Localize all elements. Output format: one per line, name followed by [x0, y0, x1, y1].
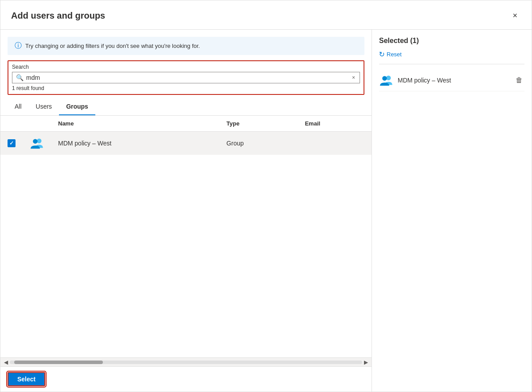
tab-groups[interactable]: Groups — [59, 98, 95, 115]
row-type: Group — [219, 132, 298, 155]
tab-all[interactable]: All — [8, 98, 29, 115]
svg-point-1 — [33, 139, 38, 144]
search-box-container: Search 🔍 × 1 result found — [8, 60, 364, 95]
search-clear-button[interactable]: × — [351, 74, 356, 81]
info-bar: ⓘ Try changing or adding filters if you … — [8, 37, 364, 55]
dialog-title: Add users and groups — [11, 11, 105, 21]
scrollbar-area: ◀ ▶ — [0, 357, 372, 366]
table-area: Name Type Email — [0, 116, 372, 357]
close-icon: × — [512, 11, 517, 20]
clear-icon: × — [352, 74, 355, 81]
info-message: Try changing or adding filters if you do… — [25, 43, 200, 49]
scrollbar-thumb[interactable] — [14, 361, 103, 364]
selected-title: Selected (1) — [379, 37, 419, 45]
info-icon: ⓘ — [15, 41, 22, 51]
search-icon: 🔍 — [16, 74, 23, 81]
selected-header: Selected (1) — [379, 37, 524, 45]
close-button[interactable]: × — [509, 9, 521, 22]
select-button[interactable]: Select — [8, 372, 45, 386]
selected-item: MDM policy – West 🗑 — [379, 70, 524, 91]
results-table: Name Type Email — [0, 116, 372, 155]
tab-users[interactable]: Users — [29, 98, 59, 115]
scroll-right-arrow[interactable]: ▶ — [364, 359, 368, 365]
col-name: Name — [51, 116, 219, 132]
reset-icon: ↺ — [379, 50, 385, 59]
result-count: 1 result found — [12, 85, 360, 91]
search-label: Search — [12, 64, 360, 70]
dialog-body: ⓘ Try changing or adding filters if you … — [0, 30, 532, 392]
search-section: Search 🔍 × 1 result found — [0, 60, 372, 95]
row-email — [298, 132, 372, 155]
col-type: Type — [219, 116, 298, 132]
dialog-footer: Select — [0, 366, 372, 392]
search-input-row: 🔍 × — [12, 72, 360, 83]
svg-point-3 — [382, 76, 387, 81]
search-input[interactable] — [26, 74, 348, 81]
row-name: MDM policy – West — [51, 132, 219, 155]
selected-item-icon — [379, 73, 393, 87]
left-panel: ⓘ Try changing or adding filters if you … — [0, 30, 372, 392]
delete-selected-item-button[interactable]: 🗑 — [514, 74, 524, 86]
table-row[interactable]: MDM policy – West Group — [0, 132, 372, 155]
dialog-header: Add users and groups × — [0, 0, 532, 30]
col-checkbox — [0, 116, 23, 132]
add-users-groups-dialog: Add users and groups × ⓘ Try changing or… — [0, 0, 532, 392]
scroll-left-arrow[interactable]: ◀ — [4, 359, 8, 365]
reset-button[interactable]: ↺ Reset — [379, 48, 402, 60]
right-panel: Selected (1) ↺ Reset MDM p — [372, 30, 532, 392]
col-icon — [23, 116, 51, 132]
scrollbar-track[interactable] — [10, 361, 362, 364]
row-checkbox[interactable] — [8, 139, 16, 147]
col-email: Email — [298, 116, 372, 132]
selected-item-name: MDM policy – West — [398, 77, 509, 84]
selected-divider — [379, 64, 524, 64]
tabs-row: All Users Groups — [0, 98, 372, 116]
row-checkbox-cell[interactable] — [0, 132, 23, 155]
delete-icon: 🗑 — [516, 76, 523, 84]
row-icon-cell — [23, 132, 51, 155]
reset-label: Reset — [387, 51, 402, 58]
group-icon — [30, 136, 44, 150]
